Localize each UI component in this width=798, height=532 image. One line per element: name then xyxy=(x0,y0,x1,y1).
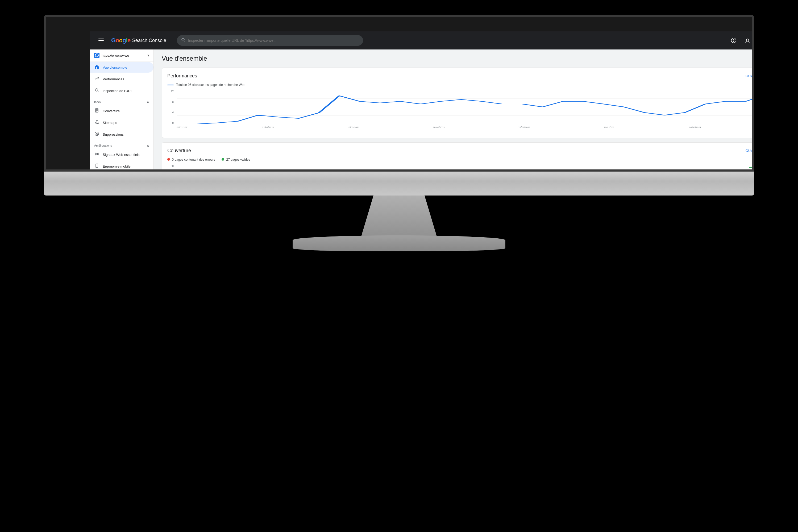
svg-rect-26 xyxy=(95,123,96,124)
svg-rect-28 xyxy=(98,123,99,124)
sidebar: https://www.//wwe ▾ Vue d'ensemble xyxy=(90,50,154,172)
svg-rect-2 xyxy=(98,42,104,42)
couverture-open-report-button[interactable]: OUVRIR LE RAPPORT xyxy=(746,149,754,153)
x-label-2: 12/02/2021 xyxy=(262,126,274,129)
home-icon xyxy=(94,65,99,70)
sidebar-item-ergonomie-mobile[interactable]: Ergonomie mobile xyxy=(90,161,153,172)
performances-legend: Total de 96 clics sur les pages de reche… xyxy=(167,83,754,87)
couverture-svg xyxy=(749,166,754,172)
topbar: Google Search Console ? xyxy=(90,32,754,50)
sidebar-item-sitemaps[interactable]: Sitemaps xyxy=(90,117,153,128)
x-label-3: 16/02/2021 xyxy=(347,126,359,129)
sidebar-label-ergonomie-mobile: Ergonomie mobile xyxy=(103,165,131,168)
property-selector[interactable]: https://www.//wwe ▾ xyxy=(90,50,153,61)
sidebar-label-signaux-web: Signaux Web essentiels xyxy=(103,153,140,157)
couverture-chart: 30 xyxy=(167,165,754,172)
valid-dot xyxy=(222,158,224,161)
svg-point-39 xyxy=(97,167,97,167)
y-label-12: 12 xyxy=(171,90,174,93)
couverture-icon xyxy=(94,108,99,114)
main-area: https://www.//wwe ▾ Vue d'ensemble xyxy=(90,50,754,172)
main-content: Vue d'ensemble Performances OUVRIR LE RA… xyxy=(154,50,754,172)
sidebar-item-couverture[interactable]: Couverture xyxy=(90,106,153,116)
svg-line-20 xyxy=(98,91,99,92)
y-label-4: 4 xyxy=(172,111,174,114)
chart-y-axis: 12 8 4 0 xyxy=(167,90,175,125)
logo: Google Search Console xyxy=(111,37,166,44)
property-chevron-icon: ▾ xyxy=(147,53,149,57)
sidebar-item-vue-ensemble[interactable]: Vue d'ensemble xyxy=(90,62,153,73)
svg-rect-25 xyxy=(96,120,97,121)
performances-open-report-button[interactable]: OUVRIR LE RAPPORT xyxy=(746,74,754,78)
performances-card: Performances OUVRIR LE RAPPORT Total de … xyxy=(162,68,754,138)
couverture-legend-error: 0 pages contenant des erreurs xyxy=(167,158,215,162)
cov-y-label-30: 30 xyxy=(171,165,174,168)
performances-legend-text: Total de 96 clics sur les pages de reche… xyxy=(176,83,245,87)
sidebar-label-vue-ensemble: Vue d'ensemble xyxy=(103,65,127,70)
search-icon xyxy=(181,38,185,43)
ameliorations-section-label: Améliorations xyxy=(94,144,112,147)
error-dot xyxy=(167,158,170,161)
svg-rect-1 xyxy=(98,40,104,41)
x-label-4: 20/02/2021 xyxy=(433,126,445,129)
couverture-card-header: Couverture OUVRIR LE RAPPORT xyxy=(167,148,754,153)
search-console-label: Search Console xyxy=(132,38,166,43)
y-label-8: 8 xyxy=(172,100,174,103)
suppressions-icon xyxy=(94,132,99,137)
nav-section-index[interactable]: Index ∧ xyxy=(90,97,153,105)
index-chevron-icon: ∧ xyxy=(147,100,149,104)
x-label-7: 04/03/2021 xyxy=(689,126,701,129)
imac-stand-base xyxy=(292,235,506,251)
sidebar-item-inspection-url[interactable]: Inspection de l'URL xyxy=(90,86,153,96)
x-label-5: 24/02/2021 xyxy=(518,126,530,129)
sidebar-label-sitemaps: Sitemaps xyxy=(103,121,117,125)
google-wordmark: Google xyxy=(111,37,131,44)
nav-section-ameliorations[interactable]: Améliorations ∧ xyxy=(90,140,153,149)
x-label-1: 08/02/2021 xyxy=(177,126,189,129)
performances-card-header: Performances OUVRIR LE RAPPORT xyxy=(167,73,754,79)
svg-rect-27 xyxy=(96,123,97,124)
ameliorations-chevron-icon: ∧ xyxy=(147,144,149,148)
svg-rect-0 xyxy=(98,39,104,39)
sidebar-item-suppressions[interactable]: Suppressions xyxy=(90,129,153,140)
sidebar-item-signaux-web[interactable]: Signaux Web essentiels xyxy=(90,149,153,160)
imac-stand-neck xyxy=(357,195,441,238)
sidebar-label-performances: Performances xyxy=(103,77,124,81)
couverture-y-axis: 30 xyxy=(167,165,175,172)
topbar-actions: ? xyxy=(729,36,754,45)
sidebar-item-performances[interactable]: Performances xyxy=(90,74,153,84)
inspection-icon xyxy=(94,88,99,93)
imac-chin xyxy=(44,172,754,195)
mobile-icon xyxy=(94,164,99,169)
search-input[interactable] xyxy=(188,38,359,42)
couverture-chart-preview xyxy=(749,166,754,172)
svg-text:?: ? xyxy=(733,39,735,42)
performances-svg xyxy=(177,90,754,125)
svg-point-7 xyxy=(746,39,748,41)
page-title: Vue d'ensemble xyxy=(162,55,754,62)
chart-x-axis: 08/02/2021 12/02/2021 16/02/2021 20/02/2… xyxy=(177,126,754,132)
menu-button[interactable] xyxy=(96,36,106,45)
account-button[interactable] xyxy=(743,36,752,45)
signaux-web-icon xyxy=(94,152,99,157)
svg-point-37 xyxy=(96,153,98,155)
help-button[interactable]: ? xyxy=(729,36,738,45)
couverture-legend-valid: 27 pages valides xyxy=(222,158,250,162)
chart-inner xyxy=(177,90,754,125)
index-section-label: Index xyxy=(94,100,101,103)
performances-chart: 12 8 4 0 xyxy=(167,90,754,132)
sidebar-label-inspection: Inspection de l'URL xyxy=(103,89,132,93)
property-icon xyxy=(94,53,99,58)
sidebar-label-couverture: Couverture xyxy=(103,109,120,113)
property-url: https://www.//wwe xyxy=(101,54,145,57)
svg-line-4 xyxy=(184,41,185,42)
couverture-legend: 0 pages contenant des erreurs 27 pages v… xyxy=(167,158,754,162)
performances-legend-line xyxy=(167,84,174,86)
search-bar[interactable] xyxy=(177,35,363,46)
performances-card-title: Performances xyxy=(167,73,197,79)
couverture-card: Couverture OUVRIR LE RAPPORT 0 pages con… xyxy=(162,142,754,172)
y-label-0: 0 xyxy=(172,121,174,125)
sidebar-label-suppressions: Suppressions xyxy=(103,132,124,136)
sitemaps-icon xyxy=(94,120,99,125)
couverture-card-title: Couverture xyxy=(167,148,191,153)
